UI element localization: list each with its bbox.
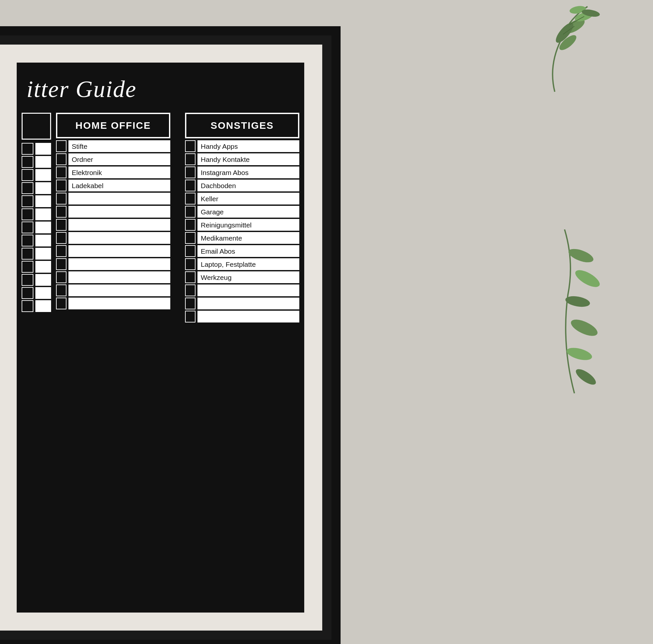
home-item-text <box>69 245 170 257</box>
checkbox-left[interactable] <box>22 287 33 299</box>
left-partial-header <box>22 113 51 140</box>
checkbox-left[interactable] <box>22 248 33 259</box>
left-partial-row <box>22 222 51 233</box>
checkbox-home[interactable] <box>56 232 67 244</box>
sonstiges-column: SONSTIGES Handy Apps Handy Kontakte Inst… <box>185 113 299 324</box>
cell-left <box>35 143 51 155</box>
checkbox-home[interactable] <box>56 284 67 296</box>
checkbox-sonstiges[interactable] <box>185 206 195 217</box>
cell-left <box>35 287 51 299</box>
home-item-text <box>69 206 170 217</box>
left-partial-row <box>22 208 51 220</box>
left-partial-rows <box>22 143 51 312</box>
sonstiges-item-text <box>197 311 299 322</box>
leaf-right-decoration <box>548 229 653 426</box>
left-partial-row <box>22 182 51 194</box>
sonstiges-header: SONSTIGES <box>185 113 299 138</box>
leaf-top-decoration <box>489 0 620 98</box>
checkbox-home[interactable] <box>56 258 67 270</box>
left-partial-row <box>22 169 51 181</box>
cell-left <box>35 208 51 220</box>
checkbox-sonstiges[interactable] <box>185 153 195 165</box>
checkbox-left[interactable] <box>22 143 33 155</box>
home-item-text: Ordner <box>69 153 170 165</box>
checkbox-home[interactable] <box>56 193 67 205</box>
checkbox-home[interactable] <box>56 153 67 165</box>
checkbox-left[interactable] <box>22 169 33 181</box>
svg-point-13 <box>574 366 598 387</box>
sonstiges-item-text: Keller <box>197 193 299 205</box>
poster: itter Guide <box>17 63 304 613</box>
checkbox-left[interactable] <box>22 195 33 207</box>
sonstiges-item-text: Medikamente <box>197 232 299 244</box>
home-office-column: HOME OFFICE Stifte Ordner Elektronik Lad… <box>56 113 170 324</box>
sonstiges-row <box>185 298 299 309</box>
home-office-row <box>56 206 170 217</box>
home-item-text <box>69 258 170 270</box>
cell-left <box>35 182 51 194</box>
sonstiges-item-text: Handy Apps <box>197 140 299 152</box>
checkbox-left[interactable] <box>22 261 33 273</box>
sonstiges-item-text: Email Abos <box>197 245 299 257</box>
checkbox-left[interactable] <box>22 208 33 220</box>
checkbox-left[interactable] <box>22 156 33 168</box>
home-office-row <box>56 258 170 270</box>
sonstiges-row: Laptop, Festplatte <box>185 258 299 270</box>
checkbox-left[interactable] <box>22 235 33 247</box>
sonstiges-row: Email Abos <box>185 245 299 257</box>
checkbox-sonstiges[interactable] <box>185 166 195 178</box>
home-office-row <box>56 245 170 257</box>
sonstiges-item-text: Laptop, Festplatte <box>197 258 299 270</box>
checkbox-sonstiges[interactable] <box>185 311 195 322</box>
sonstiges-row: Werkzeug <box>185 271 299 283</box>
home-item-text <box>69 284 170 296</box>
home-office-row <box>56 298 170 309</box>
left-partial-row <box>22 156 51 168</box>
poster-title: itter Guide <box>17 63 304 113</box>
left-partial-row <box>22 143 51 155</box>
checkbox-home[interactable] <box>56 206 67 217</box>
home-office-row: Ordner <box>56 153 170 165</box>
checkbox-sonstiges[interactable] <box>185 180 195 191</box>
checkbox-sonstiges[interactable] <box>185 219 195 231</box>
checkbox-left[interactable] <box>22 274 33 286</box>
sonstiges-rows: Handy Apps Handy Kontakte Instagram Abos… <box>185 140 299 324</box>
checkbox-home[interactable] <box>56 140 67 152</box>
sonstiges-item-text: Handy Kontakte <box>197 153 299 165</box>
frame-mat: itter Guide <box>0 45 322 630</box>
home-item-text: Elektronik <box>69 166 170 178</box>
cell-left <box>35 235 51 247</box>
sonstiges-row <box>185 311 299 322</box>
checkbox-left[interactable] <box>22 222 33 233</box>
svg-point-12 <box>565 345 594 363</box>
checkbox-home[interactable] <box>56 180 67 191</box>
checkbox-home[interactable] <box>56 271 67 283</box>
checkbox-home[interactable] <box>56 298 67 309</box>
sonstiges-row: Handy Apps <box>185 140 299 152</box>
checkbox-sonstiges[interactable] <box>185 140 195 152</box>
home-item-text <box>69 219 170 231</box>
sonstiges-item-text <box>197 284 299 296</box>
checkbox-sonstiges[interactable] <box>185 284 195 296</box>
checkbox-sonstiges[interactable] <box>185 245 195 257</box>
home-office-row <box>56 284 170 296</box>
checkbox-left[interactable] <box>22 182 33 194</box>
checkbox-home[interactable] <box>56 166 67 178</box>
checkbox-home[interactable] <box>56 219 67 231</box>
checkbox-sonstiges[interactable] <box>185 232 195 244</box>
checkbox-sonstiges[interactable] <box>185 258 195 270</box>
checkbox-sonstiges[interactable] <box>185 298 195 309</box>
cell-left <box>35 300 51 312</box>
home-office-row <box>56 219 170 231</box>
checkbox-left[interactable] <box>22 300 33 312</box>
sonstiges-item-text <box>197 298 299 309</box>
checkbox-home[interactable] <box>56 245 67 257</box>
checkbox-sonstiges[interactable] <box>185 193 195 205</box>
sonstiges-row: Medikamente <box>185 232 299 244</box>
home-office-row: Ladekabel <box>56 180 170 191</box>
left-partial-col <box>22 113 51 324</box>
sonstiges-row: Garage <box>185 206 299 217</box>
left-partial-row <box>22 261 51 273</box>
left-partial-row <box>22 235 51 247</box>
checkbox-sonstiges[interactable] <box>185 271 195 283</box>
